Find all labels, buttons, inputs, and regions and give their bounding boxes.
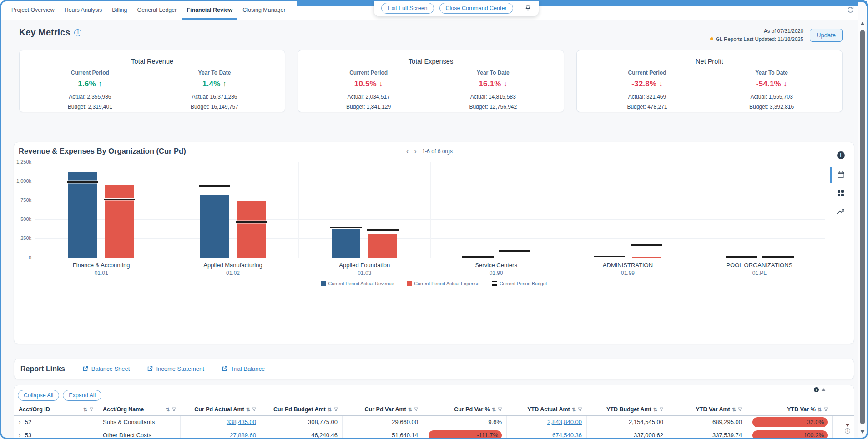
trend-view-icon[interactable] [837,208,845,215]
sort-icon[interactable]: ⇅ [818,407,822,413]
filter-icon[interactable] [89,407,94,412]
sort-icon[interactable]: ⇅ [653,407,657,413]
cell-value: 29,660.00 [392,419,418,425]
trial-balance-link[interactable]: Trial Balance [222,365,265,372]
column-header-cur-pd-budget-amt[interactable]: Cur Pd Budget Amt⇅ [261,404,343,415]
column-header-cur-pd-actual-amt[interactable]: Cur Pd Actual Amt⇅ [181,404,261,415]
cell-cur-pd-var-: -111.7% [423,429,507,439]
column-header-acct-org-id[interactable]: Acct/Org ID⇅ [14,404,98,415]
scroll-down-icon[interactable] [860,430,865,434]
variance-up-icon[interactable] [821,388,826,391]
row-expand-icon[interactable]: › [19,419,21,425]
actual-amount: Actual: 321,469 [585,92,710,102]
cell-value: Subs & Consultants [103,419,155,425]
expense-bar-slot [632,162,661,258]
category-label: Finance & Accounting01.01 [35,262,167,276]
filter-icon [498,407,502,412]
filter-icon [252,407,257,412]
sort-icon[interactable]: ⇅ [492,407,496,413]
calendar-view-icon[interactable] [837,171,845,178]
revenue-bar-slot [200,162,229,258]
percent-change: 1.6% ↑ [28,80,152,89]
info-icon[interactable]: i [74,29,81,36]
column-header-cur-pd-var-[interactable]: Cur Pd Var %⇅ [423,404,507,415]
sync-icon[interactable] [847,6,854,14]
amount-link[interactable]: 338,435.00 [227,419,256,425]
tab-general-ledger[interactable]: General Ledger [132,0,182,20]
amount-link[interactable]: 27,889.60 [230,432,256,439]
column-header-ytd-budget-amt[interactable]: YTD Budget Amt⇅ [587,404,668,415]
filter-icon[interactable] [498,407,502,412]
column-header-acct-org-name[interactable]: Acct/Org Name⇅ [98,404,181,415]
tab-closing-manager[interactable]: Closing Manager [237,0,291,20]
chart-info-icon[interactable]: i [837,151,845,159]
scroll-up-icon[interactable] [860,22,865,25]
filter-icon[interactable] [333,407,338,412]
column-label: YTD Var Amt [696,406,730,413]
amount-link[interactable]: 2,843,840.00 [547,419,582,425]
legend-swatch-icon [407,281,412,286]
row-expand-icon[interactable]: › [19,432,21,439]
table-row[interactable]: ›52Subs & Consultants338,435.00308,775.0… [14,416,854,429]
cell-value: 337,000.62 [634,432,663,439]
category-label: ADMINISTRATION01.99 [562,262,693,276]
expense-bar-slot [237,162,266,258]
exit-full-screen-button[interactable]: Exit Full Screen [381,3,434,14]
column-label: YTD Actual Amt [527,406,570,413]
column-header-ytd-actual-amt[interactable]: YTD Actual Amt⇅ [507,404,587,415]
filter-icon[interactable] [252,407,257,412]
amount-link[interactable]: 674,540.36 [552,432,582,439]
pin-icon[interactable] [525,5,531,12]
close-command-center-button[interactable]: Close Command Center [439,3,513,14]
cell-cur-pd-budget-amt: 308,775.00 [261,416,343,429]
filter-icon[interactable] [578,407,582,412]
tab-hours-analysis[interactable]: Hours Analysis [59,0,107,20]
cell-ytd-var-amt: 689,295.00 [668,416,747,429]
balance-sheet-link[interactable]: Balance Sheet [82,365,130,372]
filter-icon[interactable] [659,407,664,412]
filter-icon [172,407,176,412]
expand-all-button[interactable]: Expand All [63,390,101,401]
filter-icon[interactable] [414,407,419,412]
table-info-icon[interactable]: i [845,428,850,434]
cell-acct-org-name: Subs & Consultants [98,416,181,429]
variance-down-icon[interactable] [845,424,850,427]
expense-bar [368,234,397,258]
sort-icon[interactable]: ⇅ [572,407,576,413]
income-statement-link[interactable]: Income Statement [147,365,204,372]
revenue-bar-slot [464,162,492,258]
legend-item: Current Period Actual Revenue [321,281,394,286]
column-header-ytd-var-[interactable]: YTD Var %⇅ [747,404,833,415]
expense-bar [500,258,529,258]
variance-table-panel: i Collapse All Expand All Acct/Org ID⇅Ac… [14,385,854,439]
scrollbar-thumb[interactable] [860,30,865,424]
sort-icon[interactable]: ⇅ [408,407,412,413]
column-label: YTD Var % [787,406,816,413]
collapse-all-button[interactable]: Collapse All [18,390,59,401]
table-row[interactable]: ›53Other Direct Costs27,889.6046,240.465… [14,429,854,439]
tab-financial-review[interactable]: Financial Review [182,0,237,20]
page-scrollbar[interactable] [858,2,866,437]
tab-billing[interactable]: Billing [107,0,132,20]
filter-icon[interactable] [172,407,176,412]
sort-icon[interactable]: ⇅ [732,407,736,413]
filter-icon[interactable] [738,407,742,412]
variance-info-icon[interactable]: i [814,387,819,392]
sort-icon[interactable]: ⇅ [166,407,170,413]
chevron-left-icon[interactable]: ‹ [406,148,409,155]
chevron-right-icon[interactable]: › [414,148,416,155]
legend-swatch-icon [492,281,497,286]
grid-view-icon[interactable] [838,190,844,196]
filter-icon[interactable] [823,407,828,412]
column-header-ytd-var-amt[interactable]: YTD Var Amt⇅ [668,404,747,415]
column-label: Cur Pd Var % [454,406,490,413]
category-label: Service Centers01.90 [430,262,562,276]
cell-ytd-var-: 32.0% [747,416,833,429]
tab-project-overview[interactable]: Project Overview [6,0,59,20]
sort-icon[interactable]: ⇅ [83,407,87,413]
sort-icon[interactable]: ⇅ [328,407,332,413]
cell-value: 53 [25,432,31,439]
column-header-cur-pd-var-amt[interactable]: Cur Pd Var Amt⇅ [343,404,423,415]
sort-icon[interactable]: ⇅ [246,407,250,413]
update-button[interactable]: Update [810,29,843,42]
